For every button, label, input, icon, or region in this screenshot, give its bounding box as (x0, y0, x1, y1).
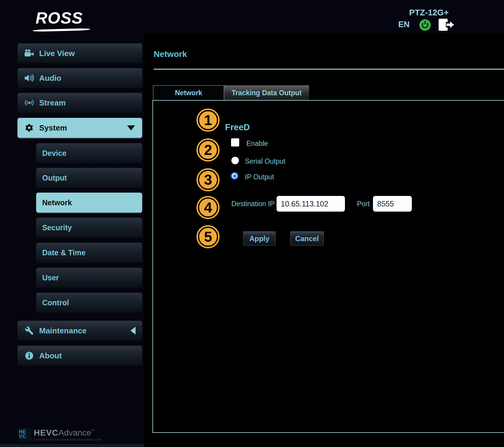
model-name: PTZ-12G+ (409, 8, 449, 17)
main-content: Network Network Tracking Data Output 1 2… (144, 34, 504, 447)
serial-output-label: Serial Output (245, 157, 285, 165)
sidebar-item-control[interactable]: Control (36, 293, 142, 313)
sidebar-label: Stream (39, 98, 66, 108)
port-input[interactable] (373, 196, 412, 212)
info-icon (24, 351, 37, 360)
chevron-left-icon (130, 327, 136, 335)
camera-icon (24, 49, 37, 58)
annotation-circle-1: 1 (196, 109, 220, 132)
sidebar-label: Live View (39, 49, 75, 58)
power-icon-stem (424, 21, 426, 24)
hevc-suffix: Advance (58, 428, 91, 438)
sidebar-item-date-time[interactable]: Date & Time (36, 243, 142, 263)
apply-button[interactable]: Apply (243, 231, 276, 246)
ross-logo-underline (33, 28, 90, 32)
sidebar-item-network[interactable]: Network (36, 193, 142, 212)
destination-ip-label: Destination IP (231, 200, 274, 208)
hevc-trademark: ™ (91, 429, 95, 432)
annotation-circle-2: 2 (196, 138, 220, 162)
sidebar-item-system[interactable]: System (17, 118, 142, 138)
hevc-logo-line2: VC (19, 434, 30, 439)
sidebar-label: Output (42, 174, 67, 182)
hevc-advance-logo: HE VC HEVC Advance ™ Covered by Patents … (18, 428, 102, 442)
logout-arrow-head (450, 21, 454, 28)
serial-output-radio[interactable] (231, 157, 239, 164)
annotation-number: 3 (204, 172, 212, 188)
tab-network[interactable]: Network (153, 85, 224, 100)
ip-output-radio[interactable] (231, 172, 238, 180)
annotation-circle-3: 3 (196, 168, 220, 191)
sidebar-label: System (39, 123, 67, 133)
power-icon[interactable] (419, 19, 431, 31)
chevron-down-icon (127, 125, 135, 131)
sidebar-item-security[interactable]: Security (36, 218, 142, 238)
sidebar-label: Control (42, 298, 69, 307)
sidebar-label: Audio (39, 74, 61, 83)
title-divider (154, 69, 504, 70)
enable-label: Enable (246, 140, 268, 148)
tab-tracking-data-output[interactable]: Tracking Data Output (224, 85, 309, 100)
ip-output-label: IP Output (245, 173, 274, 181)
hevc-logo-line1: HE (19, 430, 30, 434)
broadcast-icon (24, 98, 37, 107)
hevc-tagline: Covered by Patents at patentlist.hevcadv… (34, 438, 102, 441)
page-title: Network (154, 49, 187, 59)
wrench-icon (24, 326, 37, 335)
sidebar-item-device[interactable]: Device (36, 143, 142, 163)
sidebar-item-user[interactable]: User (36, 268, 142, 288)
hevc-name: HEVC (34, 428, 58, 438)
bottom-strip (0, 444, 144, 447)
port-label: Port (357, 200, 370, 208)
destination-ip-input[interactable] (277, 196, 345, 212)
sidebar-label: Security (42, 223, 72, 232)
sidebar-item-maintenance[interactable]: Maintenance (17, 321, 142, 341)
ross-logo: ROSS (36, 8, 83, 27)
logout-icon[interactable] (439, 18, 454, 31)
speaker-icon (24, 74, 37, 83)
language-selector[interactable]: EN (398, 20, 410, 29)
annotation-number: 5 (204, 228, 212, 245)
sidebar-label: Maintenance (39, 326, 87, 335)
freed-section-title: FreeD (225, 122, 250, 132)
sidebar-label: About (39, 351, 62, 360)
sidebar-item-output[interactable]: Output (36, 168, 142, 188)
sidebar-label: Date & Time (42, 248, 86, 257)
gear-icon (24, 123, 37, 132)
sidebar-label: Network (42, 198, 72, 207)
hevc-logo-mark: HE VC (18, 428, 31, 442)
annotation-number: 1 (204, 112, 212, 128)
annotation-number: 4 (204, 199, 212, 216)
ptz-camera-web-ui: ROSS PTZ-12G+ EN Live View (0, 0, 504, 447)
sidebar-item-live-view[interactable]: Live View (17, 43, 142, 63)
annotation-number: 2 (204, 142, 212, 158)
sidebar-item-stream[interactable]: Stream (17, 93, 142, 113)
sidebar-item-audio[interactable]: Audio (17, 68, 142, 88)
annotation-circle-4: 4 (196, 196, 220, 219)
sidebar-label: User (42, 273, 59, 282)
annotation-circle-5: 5 (196, 225, 220, 248)
sidebar-item-about[interactable]: About (17, 346, 142, 366)
sidebar-label: Device (42, 149, 67, 158)
cancel-button[interactable]: Cancel (290, 231, 324, 246)
enable-checkbox[interactable] (231, 138, 239, 146)
